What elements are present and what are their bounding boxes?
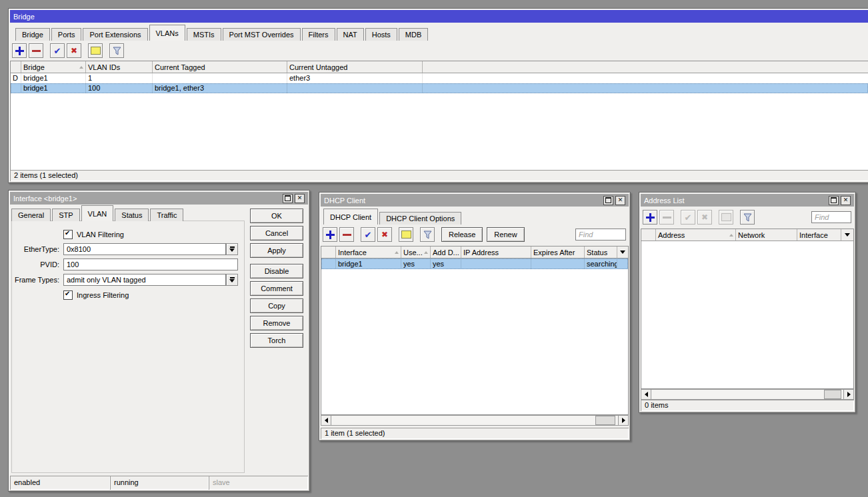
tab-ports[interactable]: Ports [51,28,82,41]
maximize-button[interactable] [283,194,293,203]
ok-button[interactable]: OK [250,209,303,223]
renew-button[interactable]: Renew [487,227,524,242]
column-vlan-ids[interactable]: VLAN IDs [86,61,153,73]
interface-status-slave: slave [209,476,308,490]
vlan-filtering-checkbox[interactable] [63,230,73,239]
add-button[interactable] [643,210,657,225]
filter-button[interactable] [740,210,755,225]
tab-status[interactable]: Status [115,209,149,221]
row-flags [11,83,21,93]
torch-button[interactable]: Torch [250,333,303,348]
frame-types-dropdown-button[interactable] [226,274,238,286]
comment-button-disabled[interactable] [719,210,733,225]
tab-dhcp-client-options[interactable]: DHCP Client Options [379,212,461,225]
bridge-titlebar[interactable]: Bridge [10,10,868,23]
find-input[interactable] [575,229,626,241]
find-input[interactable] [811,211,851,223]
pvid-field[interactable] [63,258,238,270]
scroll-left-button[interactable] [641,389,651,400]
column-use[interactable]: Use... [401,247,431,258]
column-add-default[interactable]: Add D... [431,247,461,258]
ingress-filtering-checkbox[interactable] [63,290,73,300]
tab-general[interactable]: General [11,209,51,221]
scroll-track[interactable] [651,389,843,400]
tab-vlans[interactable]: VLANs [149,25,185,41]
tab-filters[interactable]: Filters [302,28,335,41]
scroll-left-button[interactable] [321,415,331,426]
interface-titlebar[interactable]: Interface <bridge1> ✕ [10,192,308,205]
tab-traffic[interactable]: Traffic [150,209,183,221]
maximize-button[interactable] [603,196,613,205]
table-row-selected[interactable]: bridge1 100 bridge1, ether3 [11,83,868,93]
filter-button[interactable] [109,43,124,58]
enable-button[interactable]: ✔ [50,43,65,58]
maximize-button[interactable] [829,196,839,205]
comment-button[interactable] [399,227,413,242]
cancel-button[interactable]: Cancel [250,226,303,241]
tab-dhcp-client[interactable]: DHCP Client [323,209,378,225]
release-button[interactable]: Release [441,227,483,242]
column-flags[interactable] [11,61,21,73]
close-button[interactable]: ✕ [841,196,851,205]
remove-button[interactable] [29,43,43,58]
column-network[interactable]: Network [736,229,797,241]
scroll-thumb[interactable] [595,416,615,425]
column-selector-button[interactable] [617,247,628,258]
enable-button[interactable]: ✔ [361,227,375,242]
tab-port-extensions[interactable]: Port Extensions [83,28,147,41]
filter-button[interactable] [420,227,435,242]
comment-button[interactable]: Comment [250,281,303,296]
add-button[interactable] [12,43,27,58]
remove-button[interactable]: Remove [250,316,303,330]
tab-nat[interactable]: NAT [337,28,364,41]
table-row-selected[interactable]: bridge1 yes yes searching... [321,258,628,269]
scroll-right-button[interactable] [843,389,854,400]
column-flags[interactable] [321,247,336,258]
tab-bridge[interactable]: Bridge [15,28,50,41]
disable-button[interactable]: Disable [250,264,303,278]
ethertype-dropdown-button[interactable] [226,243,238,255]
column-current-untagged[interactable]: Current Untagged [287,61,423,73]
enable-button-disabled[interactable]: ✔ [681,210,695,225]
remove-button-disabled[interactable] [659,210,674,225]
column-expires-after[interactable]: Expires After [531,247,585,258]
column-interface[interactable]: Interface [336,247,401,258]
tab-mstis[interactable]: MSTIs [187,28,221,41]
scroll-right-button[interactable] [618,415,629,426]
disable-button[interactable]: ✖ [67,43,81,58]
column-selector-button[interactable] [841,229,853,241]
comment-button[interactable] [88,43,103,58]
ethertype-field[interactable] [63,243,226,255]
remove-button[interactable] [339,227,354,242]
table-row[interactable]: D bridge1 1 ether3 [11,73,868,83]
add-button[interactable] [323,227,337,242]
disable-icon: ✖ [381,231,388,239]
frame-types-field[interactable] [63,274,226,286]
dhcp-horizontal-scrollbar[interactable] [321,415,629,426]
column-bridge[interactable]: Bridge [21,61,86,73]
tab-port-mst-overrides[interactable]: Port MST Overrides [223,28,301,41]
desktop: { "colors":{"active_title":"#4a4ad2","in… [0,0,868,497]
disable-button-disabled[interactable]: ✖ [697,210,712,225]
address-horizontal-scrollbar[interactable] [641,389,854,400]
scroll-track[interactable] [331,415,618,426]
disable-button[interactable]: ✖ [377,227,392,242]
tab-mdb[interactable]: MDB [399,28,428,41]
tab-hosts[interactable]: Hosts [365,28,397,41]
comment-icon [401,231,411,239]
column-current-tagged[interactable]: Current Tagged [153,61,287,73]
column-address[interactable]: Address [656,229,736,241]
address-titlebar[interactable]: Address List ✕ [641,194,854,207]
dhcp-titlebar[interactable]: DHCP Client ✕ [321,194,629,207]
close-button[interactable]: ✕ [615,196,625,205]
column-interface[interactable]: Interface [797,229,841,241]
column-flags[interactable] [641,229,656,241]
apply-button[interactable]: Apply [250,243,303,258]
copy-button[interactable]: Copy [250,298,303,313]
tab-vlan[interactable]: VLAN [81,205,114,221]
scroll-thumb[interactable] [824,390,841,399]
column-ip-address[interactable]: IP Address [461,247,531,258]
column-status[interactable]: Status [585,247,617,258]
close-button[interactable]: ✕ [295,194,305,203]
tab-stp[interactable]: STP [52,209,79,221]
